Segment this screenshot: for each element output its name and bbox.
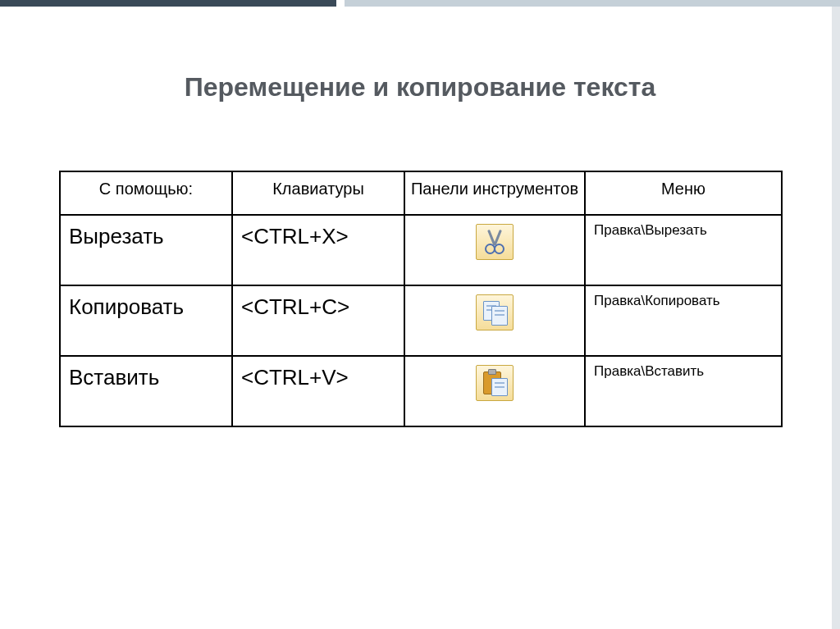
- shortcuts-table: С помощью: Клавиатуры Панели инструменто…: [59, 171, 783, 427]
- slide: Перемещение и копирование текста С помощ…: [0, 0, 840, 629]
- table-header-row: С помощью: Клавиатуры Панели инструменто…: [60, 171, 782, 215]
- toolbar-icon-cell: [404, 285, 585, 356]
- action-label: Вставить: [60, 356, 232, 426]
- table-row: Копировать <CTRL+C> Правка\Копировать: [60, 285, 782, 356]
- header-menu: Меню: [585, 171, 782, 215]
- paste-icon: [476, 365, 514, 401]
- header-keyboard: Клавиатуры: [232, 171, 404, 215]
- table-row: Вставить <CTRL+V> Правка\Вставить: [60, 356, 782, 426]
- header-toolbar: Панели инструментов: [404, 171, 585, 215]
- page-title: Перемещение и копирование текста: [0, 72, 840, 103]
- table-row: Вырезать <CTRL+X> Правка\Вырезать: [60, 215, 782, 285]
- action-label: Копировать: [60, 285, 232, 356]
- cut-icon: [476, 224, 514, 260]
- decorative-top-bar: [0, 0, 840, 7]
- header-with-help: С помощью:: [60, 171, 232, 215]
- shortcut-label: <CTRL+C>: [232, 285, 404, 356]
- shortcut-label: <CTRL+X>: [232, 215, 404, 285]
- toolbar-icon-cell: [404, 356, 585, 426]
- toolbar-icon-cell: [404, 215, 585, 285]
- menu-path: Правка\Вставить: [585, 356, 782, 426]
- menu-path: Правка\Вырезать: [585, 215, 782, 285]
- menu-path: Правка\Копировать: [585, 285, 782, 356]
- shortcut-label: <CTRL+V>: [232, 356, 404, 426]
- action-label: Вырезать: [60, 215, 232, 285]
- copy-icon: [476, 294, 514, 330]
